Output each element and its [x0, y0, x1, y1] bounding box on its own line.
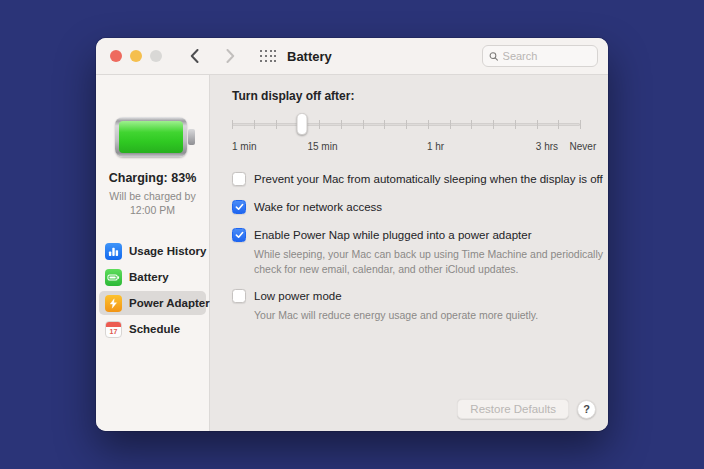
sidebar-item-usage-history[interactable]: Usage History	[99, 239, 206, 263]
slider-tick-label: 1 min	[232, 141, 256, 152]
low-power-description: Your Mac will reduce energy usage and op…	[254, 308, 606, 323]
search-input[interactable]	[503, 50, 591, 62]
display-off-label: Turn display off after:	[232, 89, 608, 103]
search-icon	[489, 51, 499, 62]
low-power-checkbox[interactable]	[232, 289, 246, 303]
power-nap-row: Enable Power Nap while plugged into a po…	[232, 228, 604, 243]
prevent-sleep-checkbox[interactable]	[232, 172, 246, 186]
sidebar-item-schedule[interactable]: 17 Schedule	[99, 317, 206, 341]
battery-status-icon	[115, 117, 191, 157]
restore-defaults-button[interactable]: Restore Defaults	[457, 399, 569, 419]
low-power-row: Low power mode	[232, 289, 604, 304]
battery-preferences-window: Battery Charging: 83% Will be charged by…	[96, 38, 608, 431]
slider-tick-label: 3 hrs	[536, 141, 558, 152]
slider-tick-label: 1 hr	[427, 141, 444, 152]
calendar-icon: 17	[105, 321, 122, 338]
sidebar-item-battery[interactable]: Battery	[99, 265, 206, 289]
wake-network-checkbox[interactable]	[232, 200, 246, 214]
zoom-window-button[interactable]	[150, 50, 162, 62]
window-controls	[110, 50, 162, 62]
charging-status: Charging: 83%	[109, 171, 197, 185]
power-adapter-pane: Turn display off after: 1 min15 min1 hr3…	[210, 75, 608, 431]
desktop-background: Battery Charging: 83% Will be charged by…	[0, 0, 704, 469]
wake-network-row: Wake for network access	[232, 200, 604, 215]
power-nap-checkbox[interactable]	[232, 228, 246, 242]
help-button[interactable]: ?	[577, 400, 596, 419]
window-title: Battery	[287, 49, 332, 64]
slider-tick-label: Never	[570, 141, 597, 152]
power-nap-description: While sleeping, your Mac can back up usi…	[254, 247, 606, 276]
slider-thumb[interactable]	[296, 113, 307, 135]
slider-tick-label: 15 min	[307, 141, 337, 152]
sidebar: Charging: 83% Will be charged by 12:00 P…	[96, 75, 210, 431]
battery-icon	[105, 269, 122, 286]
prevent-sleep-row: Prevent your Mac from automatically slee…	[232, 172, 604, 187]
sidebar-list: Usage History Battery Power Adapter	[96, 239, 209, 343]
slider-tick-labels: 1 min15 min1 hr3 hrsNever	[232, 141, 602, 154]
lightning-icon	[105, 295, 122, 312]
minimize-window-button[interactable]	[130, 50, 142, 62]
display-off-slider[interactable]	[232, 113, 580, 135]
slider-ticks	[232, 120, 580, 129]
forward-button[interactable]	[220, 46, 240, 66]
sidebar-item-power-adapter[interactable]: Power Adapter	[99, 291, 206, 315]
bar-chart-icon	[105, 243, 122, 260]
back-button[interactable]	[184, 46, 204, 66]
search-field[interactable]	[482, 45, 598, 67]
title-bar[interactable]: Battery	[96, 38, 608, 75]
show-all-preferences-icon[interactable]	[260, 50, 277, 63]
close-window-button[interactable]	[110, 50, 122, 62]
charge-estimate: Will be charged by 12:00 PM	[96, 189, 209, 217]
